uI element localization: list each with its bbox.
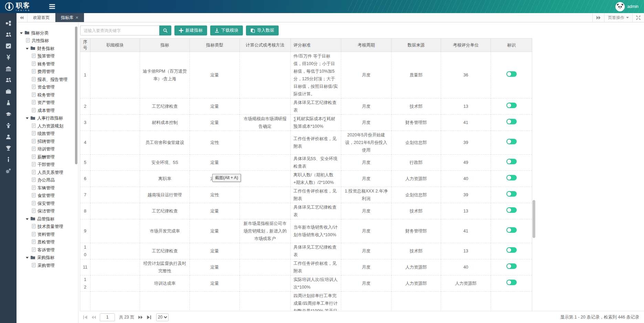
tree-folder-品管指标[interactable]: 品管指标 — [20, 215, 78, 223]
cell-source: 技术部 — [391, 243, 441, 259]
tab-operations-dropdown[interactable]: 页签操作 — [604, 13, 632, 22]
table-row: 6离职率定量离职人数/（期初人数+期末人数）/2*100%月度人力资源部40 — [80, 171, 532, 187]
cell-standard: 工作任务评价标准，见附表 — [291, 187, 341, 203]
tree-scrollbar[interactable] — [75, 27, 77, 164]
cell-indicator: 材料成本控制 — [140, 115, 190, 131]
table-row: 7越南项目运行管理定性工作任务评价标准，见附表1.投资总额XXX 2.年净利润企… — [80, 187, 532, 203]
tree-leaf-客诉管理[interactable]: 客诉管理 — [20, 246, 78, 254]
status-toggle[interactable] — [506, 175, 517, 180]
status-toggle[interactable] — [506, 263, 517, 269]
gears-icon[interactable] — [0, 165, 17, 177]
table-row: 1迪卡侬RPM（百万退货率）-含上海定量件/百万件 等于目标值，得100分；小于… — [80, 52, 532, 98]
cell-flag — [491, 52, 532, 98]
child-icon[interactable] — [0, 120, 17, 131]
tree-expand-icon[interactable] — [26, 218, 29, 220]
status-toggle[interactable] — [506, 191, 517, 197]
status-toggle[interactable] — [506, 103, 517, 108]
tree-folder-人事行政指标[interactable]: 人事行政指标 — [20, 115, 78, 123]
tree-leaf-采购管理[interactable]: 采购管理 — [20, 262, 78, 270]
info-icon[interactable] — [0, 154, 17, 165]
tree-leaf-共性指标[interactable]: 共性指标 — [20, 37, 78, 45]
tree-leaf-保洁管理[interactable]: 保洁管理 — [20, 208, 78, 216]
tree-leaf-税务管理[interactable]: 税务管理 — [20, 91, 78, 99]
tree-leaf-资料管理[interactable]: 资料管理 — [20, 231, 78, 239]
cell-flag — [491, 203, 532, 219]
status-toggle[interactable] — [506, 227, 517, 233]
status-toggle[interactable] — [506, 207, 517, 213]
tree-leaf-预算管理[interactable]: 预算管理 — [20, 53, 78, 61]
yen-icon[interactable] — [0, 52, 17, 63]
search-button[interactable] — [159, 25, 171, 35]
bank-icon[interactable] — [0, 63, 17, 74]
graduation-cap-icon[interactable] — [0, 108, 17, 120]
tabs-scroll-left-icon[interactable] — [17, 13, 28, 22]
users-icon[interactable] — [0, 29, 17, 40]
tree-expand-icon[interactable] — [26, 117, 29, 119]
tree-expand-icon[interactable] — [26, 257, 29, 259]
page-number-input[interactable] — [100, 313, 115, 321]
next-page-button[interactable] — [136, 313, 144, 321]
search-input[interactable] — [80, 25, 159, 35]
first-page-button[interactable] — [81, 313, 89, 321]
cell-formula — [240, 155, 291, 171]
import-data-button[interactable]: 导入数据 — [246, 25, 279, 35]
tree-leaf-培训管理[interactable]: 培训管理 — [20, 146, 78, 154]
tree-expand-icon[interactable] — [20, 32, 23, 34]
tree-leaf-成本管理[interactable]: 成本管理 — [20, 107, 78, 115]
tab-指标库[interactable]: 指标库✕ — [55, 13, 84, 22]
last-page-button[interactable] — [144, 313, 153, 321]
status-toggle[interactable] — [506, 280, 517, 285]
status-toggle[interactable] — [506, 247, 517, 253]
tree-folder-指标分类[interactable]: 指标分类 — [20, 29, 78, 37]
user-icon[interactable] — [0, 131, 17, 143]
tree-expand-icon[interactable] — [26, 48, 29, 50]
page-size-select[interactable]: 20 — [156, 313, 169, 321]
tree-leaf-食堂管理[interactable]: 食堂管理 — [20, 192, 78, 200]
tree-leaf-报表、报告管理[interactable]: 报表、报告管理 — [20, 76, 78, 84]
cell-cycle: 月度 — [341, 292, 391, 311]
tree-leaf-人力资源规划[interactable]: 人力资源规划 — [20, 122, 78, 130]
tree-leaf-质检管理[interactable]: 质检管理 — [20, 239, 78, 247]
tree-leaf-人员关系管理[interactable]: 人员关系管理 — [20, 169, 78, 177]
table-scrollbar-thumb[interactable] — [533, 200, 535, 238]
menu-toggle-icon[interactable] — [49, 4, 55, 9]
check-square-icon[interactable] — [0, 40, 17, 52]
status-toggle[interactable] — [506, 139, 517, 144]
tree-folder-采购指标[interactable]: 采购指标 — [20, 254, 78, 262]
status-toggle[interactable] — [506, 71, 517, 77]
status-toggle[interactable] — [506, 159, 517, 164]
tree-leaf-车辆管理[interactable]: 车辆管理 — [20, 184, 78, 192]
cell-type: 定性 — [190, 131, 240, 155]
new-indicator-button[interactable]: 新建指标 — [174, 25, 207, 35]
trophy-icon[interactable] — [0, 143, 17, 154]
tree-folder-财务指标[interactable]: 财务指标 — [20, 45, 78, 53]
table-row: 10工艺纪律检查定量具体详见工艺纪律检查表月度技术部13 — [80, 243, 532, 259]
tree-item-label: 采购指标 — [37, 255, 54, 261]
podium-icon[interactable] — [0, 97, 17, 108]
tree-leaf-薪酬管理[interactable]: 薪酬管理 — [20, 153, 78, 161]
tree-leaf-资金管理[interactable]: 资金管理 — [20, 84, 78, 92]
prev-page-button[interactable] — [89, 313, 98, 321]
tree-leaf-账务管理[interactable]: 账务管理 — [20, 60, 78, 68]
users-icon[interactable] — [0, 74, 17, 86]
tree-leaf-绩效管理[interactable]: 绩效管理 — [20, 130, 78, 138]
tabs-scroll-right-icon[interactable] — [592, 13, 604, 22]
tab-欢迎首页[interactable]: 欢迎首页 — [28, 13, 55, 22]
briefcase-icon[interactable] — [0, 86, 17, 97]
tab-close-icon[interactable]: ✕ — [75, 15, 78, 20]
cell-no: 10 — [80, 243, 90, 259]
tree-leaf-办公用品[interactable]: 办公用品 — [20, 177, 78, 185]
column-header-考核评分单位: 考核评分单位 — [441, 39, 491, 52]
user-menu[interactable]: admin — [615, 2, 644, 11]
tree-leaf-技术质量管理[interactable]: 技术质量管理 — [20, 223, 78, 231]
download-module-button[interactable]: 下载模块 — [210, 25, 243, 35]
table-scrollbar[interactable] — [533, 47, 535, 311]
tree-leaf-招聘管理[interactable]: 招聘管理 — [20, 138, 78, 146]
tree-leaf-资产管理[interactable]: 资产管理 — [20, 99, 78, 107]
cubes-icon[interactable] — [0, 18, 17, 29]
status-toggle[interactable] — [506, 119, 517, 124]
tree-leaf-费用管理[interactable]: 费用管理 — [20, 68, 78, 76]
tree-leaf-干部管理[interactable]: 干部管理 — [20, 161, 78, 169]
fullscreen-icon[interactable] — [632, 13, 644, 22]
tree-leaf-保安管理[interactable]: 保安管理 — [20, 200, 78, 208]
